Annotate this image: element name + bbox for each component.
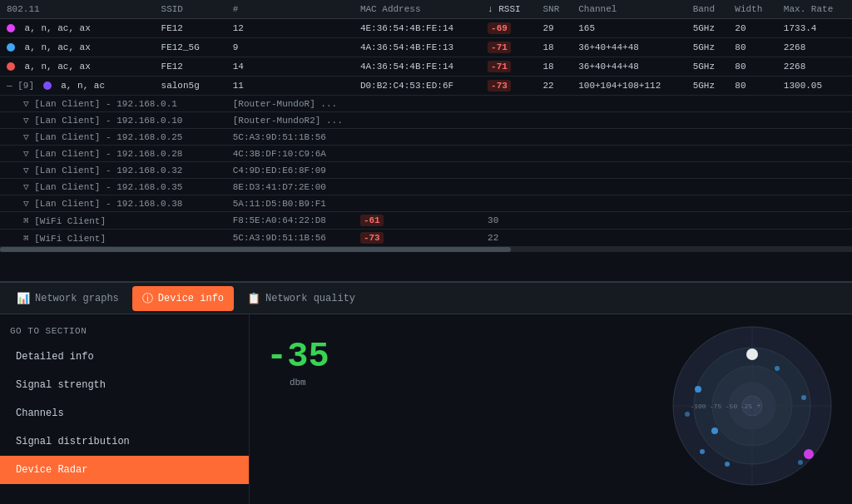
cell-width: 80	[728, 57, 777, 77]
cell-maxrate: 1300.05	[777, 77, 852, 96]
dbm-value: -35	[266, 339, 329, 374]
col-hash[interactable]: #	[226, 0, 354, 19]
expand-row: ▽ [Lan Client] - 192.168.0.10 [Router-Mu…	[0, 112, 852, 129]
cell-num: 11	[226, 77, 354, 96]
cell-rssi: -69	[481, 19, 536, 38]
col-mac[interactable]: MAC Address	[354, 0, 481, 19]
cell-maxrate: 2268	[777, 38, 852, 57]
svg-point-20	[685, 412, 690, 417]
table-scrollbar-thumb[interactable]	[0, 247, 511, 252]
sidebar-item-channels[interactable]: Channels	[0, 399, 249, 427]
sidebar-item-device-radar[interactable]: Device Radar	[0, 456, 249, 484]
network-dot	[7, 24, 15, 32]
expand-row: ⌘ [WiFi Client] F8:5E:A0:64:22:D8 -61 30	[0, 212, 852, 230]
tab-network-graphs[interactable]: 📊 Network graphs	[7, 287, 129, 310]
expand-client: ▽ [Lan Client] - 192.168.0.25	[0, 129, 226, 146]
table-row[interactable]: a, n, ac, ax FE12_5G 9 4A:36:54:4B:FE:13…	[0, 38, 852, 57]
svg-point-15	[700, 449, 705, 454]
cell-channel: 36+40+44+48	[572, 38, 686, 57]
expand-mac: 5C:A3:9D:51:1B:56	[226, 129, 852, 146]
svg-text:-75: -75	[710, 403, 722, 410]
expand-client: ⌘ [WiFi Client]	[0, 212, 226, 230]
expand-row: ▽ [Lan Client] - 192.168.0.1 [Router-Mun…	[0, 96, 852, 112]
expand-mac: 4C:3B:DF:10:C9:6A	[226, 146, 852, 162]
table-row[interactable]: a, n, ac, ax FE12 12 4E:36:54:4B:FE:14 -…	[0, 19, 852, 38]
expand-row: ▽ [Lan Client] - 192.168.0.32 C4:9D:ED:E…	[0, 162, 852, 179]
svg-text:+: +	[756, 403, 760, 411]
expand-mac: [Router-MundoR2] ...	[226, 112, 852, 129]
cell-802: a, n, ac, ax	[0, 38, 155, 57]
expand-rssi: -61	[354, 212, 481, 230]
cell-mac: 4A:36:54:4B:FE:13	[354, 38, 481, 57]
cell-802: — [9] a, n, ac	[0, 77, 155, 96]
cell-snr: 18	[536, 57, 572, 77]
cell-band: 5GHz	[686, 19, 729, 38]
network-graphs-icon: 📊	[17, 292, 30, 305]
cell-num: 12	[226, 19, 354, 38]
cell-maxrate: 2268	[777, 57, 852, 77]
cell-band: 5GHz	[686, 57, 729, 77]
cell-band: 5GHz	[686, 38, 729, 57]
svg-point-17	[775, 366, 780, 371]
expand-client: ▽ [Lan Client] - 192.168.0.28	[0, 146, 226, 162]
bottom-content: Go to section Detailed info Signal stren…	[0, 314, 852, 504]
col-rssi[interactable]: ↓ RSSI	[481, 0, 536, 19]
table-row[interactable]: — [9] a, n, ac salon5g 11 D0:B2:C4:53:ED…	[0, 77, 852, 96]
expand-row: ▽ [Lan Client] - 192.168.0.38 5A:11:D5:B…	[0, 195, 852, 212]
expand-row: ▽ [Lan Client] - 192.168.0.28 4C:3B:DF:1…	[0, 146, 852, 162]
sidebar-item-signal-distribution[interactable]: Signal distribution	[0, 427, 249, 456]
sidebar-item-detailed-info[interactable]: Detailed info	[0, 343, 249, 371]
expand-mac: 8E:D3:41:D7:2E:00	[226, 179, 852, 195]
cell-mac: 4E:36:54:4B:FE:14	[354, 19, 481, 38]
network-dot	[43, 82, 52, 90]
cell-num: 9	[226, 38, 354, 57]
cell-maxrate: 1733.4	[777, 19, 852, 38]
tab-network-quality[interactable]: 📋 Network quality	[237, 287, 365, 310]
col-band[interactable]: Band	[686, 0, 729, 19]
dbm-display: -35 dbm	[266, 339, 329, 388]
cell-mac: D0:B2:C4:53:ED:6F	[354, 77, 481, 96]
expand-snr: 30	[481, 212, 536, 230]
expand-mac: [Router-MundoR] ...	[226, 96, 852, 112]
svg-point-19	[804, 449, 814, 459]
left-sidebar: Go to section Detailed info Signal stren…	[0, 314, 250, 504]
main-content: -35 dbm -100 -75	[250, 314, 852, 504]
cell-rssi: -71	[481, 38, 536, 57]
cell-width: 80	[728, 77, 777, 96]
cell-band: 5GHz	[686, 77, 729, 96]
cell-width: 20	[728, 19, 777, 38]
expand-row: ▽ [Lan Client] - 192.168.0.25 5C:A3:9D:5…	[0, 129, 852, 146]
radar-widget: -100 -75 -50 -25 +	[669, 323, 835, 489]
expand-row: ▽ [Lan Client] - 192.168.0.35 8E:D3:41:D…	[0, 179, 852, 195]
cell-snr: 29	[536, 19, 572, 38]
expand-mac: C4:9D:ED:E6:8F:09	[226, 162, 852, 179]
table-row[interactable]: a, n, ac, ax FE12 14 4A:36:54:4B:FE:14 -…	[0, 57, 852, 77]
cell-channel: 100+104+108+112	[572, 77, 686, 96]
svg-text:-100: -100	[690, 403, 706, 410]
sidebar-item-signal-strength[interactable]: Signal strength	[0, 371, 249, 399]
col-snr[interactable]: SNR	[536, 0, 572, 19]
table-body: a, n, ac, ax FE12 12 4E:36:54:4B:FE:14 -…	[0, 19, 852, 247]
svg-point-18	[801, 395, 806, 400]
expand-client: ▽ [Lan Client] - 192.168.0.1	[0, 96, 226, 112]
col-channel[interactable]: Channel	[572, 0, 686, 19]
table-scrollbar[interactable]	[0, 247, 852, 252]
col-maxrate[interactable]: Max. Rate	[777, 0, 852, 19]
expand-row: ⌘ [WiFi Client] 5C:A3:9D:51:1B:56 -73 22	[0, 230, 852, 247]
col-width[interactable]: Width	[728, 0, 777, 19]
expand-snr: 22	[481, 230, 536, 247]
svg-text:-50: -50	[726, 403, 738, 410]
col-802[interactable]: 802.11	[0, 0, 155, 19]
network-dot	[7, 43, 15, 52]
cell-802: a, n, ac, ax	[0, 19, 155, 38]
svg-point-14	[711, 427, 718, 434]
cell-ssid: FE12_5G	[155, 38, 226, 57]
network-quality-icon: 📋	[247, 292, 260, 305]
cell-ssid: FE12	[155, 57, 226, 77]
radar-svg: -100 -75 -50 -25 +	[669, 323, 835, 489]
cell-snr: 22	[536, 77, 572, 96]
svg-text:-25: -25	[741, 403, 753, 410]
tab-device-info[interactable]: ⓘ Device info	[132, 286, 234, 311]
col-ssid[interactable]: SSID	[155, 0, 226, 19]
cell-width: 80	[728, 38, 777, 57]
